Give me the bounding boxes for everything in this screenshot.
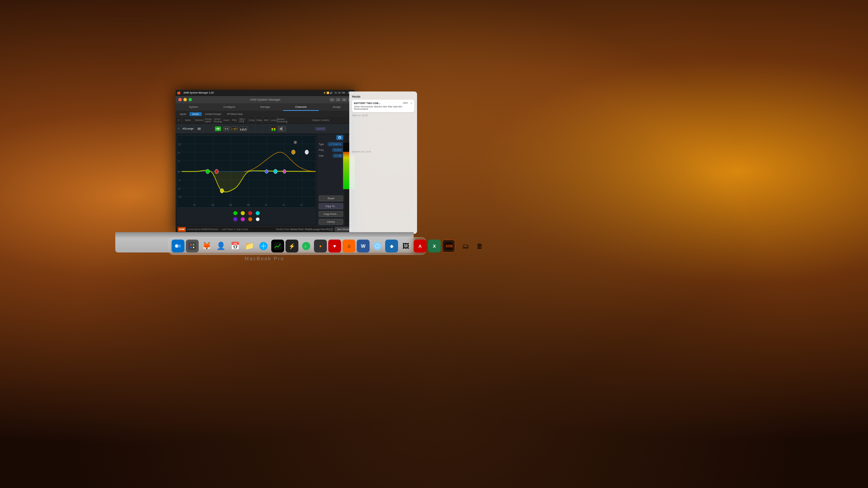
gain-value[interactable]: 0.0 dB [333, 154, 343, 158]
ch-geq[interactable] [239, 124, 248, 134]
band-magenta[interactable] [241, 217, 245, 221]
help-button[interactable]: ? [330, 227, 333, 231]
dock-safari[interactable] [257, 240, 270, 252]
col-peq: PEQ [231, 117, 239, 123]
band-green[interactable] [233, 211, 237, 215]
ch-anc[interactable] [263, 124, 270, 134]
ch-delay[interactable] [256, 124, 263, 134]
power-area [319, 135, 343, 140]
band-white[interactable] [256, 217, 260, 221]
col-outputs: Outputs / Limiters [287, 117, 355, 123]
session-info-1: Sieht un: 30:25 [352, 114, 414, 117]
subnav-control-groups[interactable]: Control Groups [202, 112, 224, 116]
macbook-logo-text: MacBook Pro [115, 256, 414, 261]
tab-manage[interactable]: Manage [247, 103, 283, 111]
title-bar: AHM System Manager ⊡ ⊙ ⊟ 🔊 [176, 96, 355, 103]
col-geq: GEQ / PEQ [239, 117, 248, 123]
dock-stocks[interactable] [271, 240, 284, 252]
dock-app4[interactable]: ◆ [385, 240, 398, 252]
tab-channels[interactable]: Channels [283, 103, 319, 111]
dock-finder[interactable] [172, 240, 184, 252]
fullscreen-button[interactable] [189, 98, 192, 101]
freq-value[interactable]: 63.0Hz [332, 148, 343, 152]
monitor-point: Monitor Point: Zh4(4DLounge) Post PEQ [290, 228, 330, 230]
svg-point-40 [190, 247, 192, 248]
dock-firefox[interactable]: 🦊 [200, 240, 213, 252]
subnav-direct-outs[interactable]: I/P Direct Outs [224, 112, 245, 116]
ch-xpoint[interactable] [214, 124, 222, 134]
ch-selector[interactable]: 37 [195, 124, 204, 134]
dock-word[interactable]: W [357, 240, 370, 252]
type-value: LP Shelf [330, 143, 338, 145]
band-purple[interactable] [233, 217, 237, 221]
ch-comp[interactable] [248, 124, 256, 134]
dock-calendar[interactable]: 📅 [229, 240, 241, 252]
tab-system[interactable]: System [176, 103, 212, 111]
tab-configure[interactable]: Configure [212, 103, 248, 111]
tb-icon1[interactable]: ⊡ [330, 98, 334, 101]
close-button[interactable] [178, 98, 182, 101]
subnav-inputs[interactable]: Inputs [177, 112, 189, 116]
sub-nav: Inputs Zones Control Groups I/P Direct O… [176, 111, 355, 117]
band-yellow[interactable] [241, 211, 245, 215]
tb-icon3[interactable]: ⊟ [342, 98, 347, 101]
power-button[interactable] [336, 135, 343, 140]
band-red[interactable] [248, 211, 252, 215]
dock-contacts[interactable]: 👤 [214, 240, 227, 252]
apple-menu[interactable]: 🍎 [177, 91, 181, 95]
band-cyan[interactable] [256, 211, 260, 215]
dock-music[interactable]: ♫ [342, 240, 355, 252]
dock-ahm[interactable]: AHM [442, 240, 455, 252]
menubar-right: ⚡ 📶 🔊 Di, 18. Okt. 12:46 [323, 92, 353, 94]
status-center: Monitor Point: Monitor Point: Zh4(4DLoun… [276, 228, 330, 230]
peq-main-area: × [176, 134, 355, 226]
dock-app1[interactable]: ● [314, 240, 327, 252]
dock-spotify[interactable]: ♫ [300, 240, 313, 252]
band-row-2 [233, 217, 260, 221]
band-dot-1 [206, 169, 210, 174]
dock-activity[interactable]: ⚡ [285, 240, 298, 252]
reset-button[interactable]: Reset [319, 196, 343, 201]
dock-photos[interactable]: 🖼 [399, 240, 412, 252]
svg-text:-4: -4 [178, 179, 180, 182]
peq-close-button[interactable]: × [294, 141, 297, 144]
band-orange[interactable] [248, 217, 252, 221]
dock-trash[interactable]: 🗑 [473, 240, 486, 252]
svg-text:100: 100 [211, 204, 214, 206]
ch-level[interactable] [270, 124, 277, 134]
svg-rect-37 [188, 242, 196, 250]
menubar-date: Di, 18. Okt. [335, 92, 346, 94]
status-separator: | [220, 228, 220, 230]
ch-priority[interactable] [204, 124, 214, 134]
col-priority: Priority Inputs [204, 117, 214, 123]
copy-from-button[interactable]: Copy From... [319, 211, 343, 217]
ahm-logo-small: AHM [178, 227, 186, 232]
dock-excel[interactable]: X [428, 240, 441, 252]
app-menu-name[interactable]: AHM System Manager 1.30 [183, 92, 214, 94]
svg-text:500: 500 [247, 204, 250, 206]
type-dropdown[interactable]: LP Shelf ▼ [328, 142, 343, 146]
minimize-button[interactable] [183, 98, 187, 101]
gain-control-row: Gain 0.0 dB [319, 154, 343, 158]
ch-insert[interactable] [222, 124, 231, 134]
notif-time: Jetzt [403, 102, 408, 104]
ch-outputs[interactable]: Limit 4.5 [287, 124, 355, 134]
dock-files2[interactable]: 🗂 [459, 240, 472, 252]
copy-to-button[interactable]: Copy To... [319, 203, 343, 209]
band-row-1 [233, 211, 260, 215]
dock-launchpad[interactable] [186, 240, 199, 252]
ch-peq[interactable] [231, 124, 239, 134]
tb-icon2[interactable]: ⊙ [336, 98, 340, 101]
dock-safari2[interactable] [371, 240, 384, 252]
macos-menubar: 🍎 AHM System Manager 1.30 ⚡ 📶 🔊 Di, 18. … [176, 90, 355, 96]
channel-row[interactable]: 4 4DLounge 37 [176, 124, 355, 134]
dock-files[interactable]: 📁 [243, 240, 256, 252]
connection-status: Connected to AHM64/Patchinsh [187, 228, 218, 230]
library-button[interactable]: Library [319, 219, 343, 225]
dock-acrobat[interactable]: A [414, 240, 427, 252]
ch-speaker[interactable] [277, 124, 287, 134]
subnav-zones[interactable]: Zones [190, 112, 201, 116]
svg-text:12: 12 [178, 143, 181, 146]
dock-app2[interactable]: ♥ [328, 240, 341, 252]
notif-close[interactable]: × [411, 102, 412, 105]
